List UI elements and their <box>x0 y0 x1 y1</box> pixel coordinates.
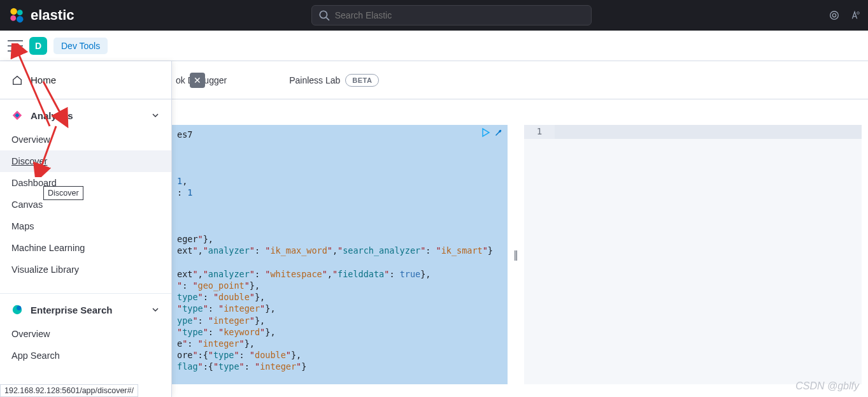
svg-point-6 <box>830 11 839 20</box>
nav-item-maps[interactable]: Maps <box>0 215 171 237</box>
search-input[interactable] <box>335 10 585 20</box>
home-icon <box>11 75 23 86</box>
tooltip-discover: Discover <box>43 186 83 200</box>
help-icon[interactable] <box>849 10 860 21</box>
section-enterprise-search[interactable]: Enterprise Search <box>0 294 171 323</box>
nav-item-es-overview[interactable]: Overview <box>0 323 171 345</box>
output-line-number: 1 <box>524 125 555 139</box>
svg-point-4 <box>320 11 327 18</box>
console-output[interactable]: 1 <box>524 125 862 384</box>
close-icon[interactable]: ✕ <box>190 73 205 88</box>
editor-content[interactable]: es7 1, : 1 eger"}, ext","analyzer": "ik_… <box>172 125 508 384</box>
svg-point-2 <box>10 15 16 21</box>
chevron-down-icon <box>151 111 160 120</box>
nav-item-ml[interactable]: Machine Learning <box>0 237 171 259</box>
pane-resizer[interactable]: ‖ <box>508 125 524 384</box>
app-topbar: D Dev Tools <box>0 31 868 61</box>
side-navigation: Home Analytics Overview Discover Dashboa… <box>0 61 172 397</box>
svg-point-13 <box>17 306 21 310</box>
svg-point-3 <box>17 16 24 23</box>
enterprise-search-icon <box>11 304 23 315</box>
svg-point-8 <box>857 12 860 15</box>
svg-point-0 <box>10 8 17 15</box>
search-icon <box>318 10 330 21</box>
nav-item-visualize[interactable]: Visualize Library <box>0 259 171 280</box>
global-search[interactable] <box>311 5 592 25</box>
tab-painless-lab[interactable]: Painless Lab BETA <box>287 70 381 90</box>
wrench-icon[interactable] <box>494 127 504 138</box>
brand-text: elastic <box>31 7 75 24</box>
ent-search-items: Overview App Search <box>0 323 171 375</box>
play-icon[interactable] <box>481 127 491 138</box>
breadcrumb-current[interactable]: Dev Tools <box>53 38 108 54</box>
status-bar-url: 192.168.92.128:5601/app/discover#/ <box>0 384 138 397</box>
nav-item-dashboard[interactable]: Dashboard <box>0 172 171 194</box>
chevron-down-icon <box>151 305 160 314</box>
nav-item-app-search[interactable]: App Search <box>0 345 171 366</box>
elastic-logo[interactable]: elastic <box>8 6 75 24</box>
svg-point-7 <box>832 13 836 17</box>
elastic-logo-icon <box>8 6 25 24</box>
nav-item-discover[interactable]: Discover <box>0 150 171 172</box>
analytics-items: Overview Discover Dashboard Canvas Maps … <box>0 129 171 289</box>
nav-home[interactable]: Home <box>0 61 171 99</box>
global-header: elastic <box>0 0 868 31</box>
nav-toggle-button[interactable] <box>8 40 23 52</box>
beta-badge: BETA <box>345 74 379 87</box>
nav-item-overview[interactable]: Overview <box>0 129 171 150</box>
analytics-icon <box>11 110 23 121</box>
svg-line-5 <box>326 17 329 20</box>
svg-point-1 <box>17 10 23 15</box>
watermark: CSDN @gblfy <box>795 380 859 392</box>
nav-item-canvas[interactable]: Canvas <box>0 194 171 215</box>
space-badge[interactable]: D <box>29 37 47 55</box>
newsfeed-icon[interactable] <box>829 10 840 21</box>
console-editor[interactable]: es7 1, : 1 eger"}, ext","analyzer": "ik_… <box>172 125 508 384</box>
svg-marker-9 <box>483 129 489 136</box>
section-analytics[interactable]: Analytics <box>0 99 171 129</box>
